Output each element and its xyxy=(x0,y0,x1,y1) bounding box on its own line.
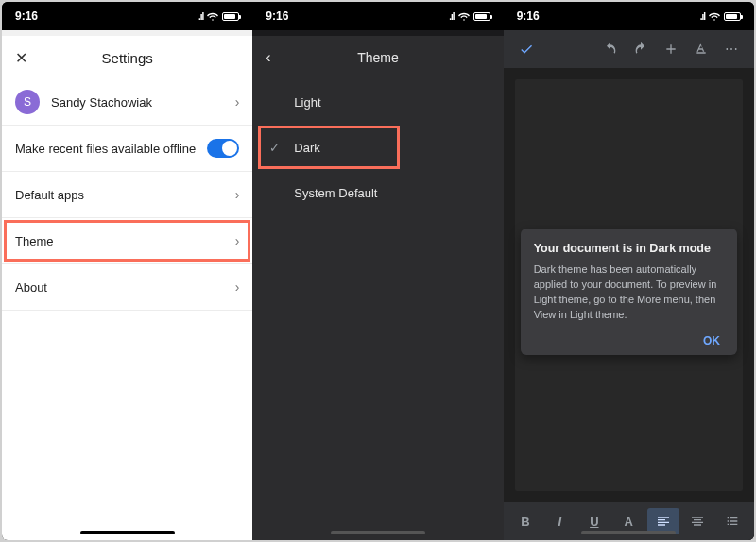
default-apps-row[interactable]: Default apps › xyxy=(2,172,252,218)
bold-button[interactable]: B xyxy=(509,508,541,534)
popup-body: Dark theme has been automatically applie… xyxy=(534,263,724,323)
redo-icon[interactable] xyxy=(627,36,654,62)
chevron-right-icon: › xyxy=(235,279,240,295)
status-bar: 9:16 xyxy=(504,2,754,30)
doc-bottom-toolbar: B I U A xyxy=(504,502,754,540)
home-indicator xyxy=(80,531,175,534)
home-indicator xyxy=(581,531,676,534)
wifi-icon xyxy=(709,10,720,22)
chevron-right-icon: › xyxy=(235,94,240,110)
phone-document: 9:16 xyxy=(504,2,754,540)
signal-icon xyxy=(198,11,203,22)
battery-icon xyxy=(473,12,490,21)
account-name: Sandy Stachowiak xyxy=(51,95,152,110)
about-row[interactable]: About › xyxy=(2,264,252,311)
doc-toolbar: ⋯ xyxy=(504,30,754,68)
theme-option-label: System Default xyxy=(294,186,377,200)
home-indicator xyxy=(331,531,425,534)
document-screen: ⋯ Your document is in Dark mode Dark the… xyxy=(504,30,754,540)
status-bar: 9:16 xyxy=(252,2,503,30)
theme-option-system[interactable]: System Default xyxy=(252,170,503,215)
italic-button[interactable]: I xyxy=(543,508,576,534)
chevron-right-icon: › xyxy=(235,187,240,202)
signal-icon xyxy=(449,11,454,22)
theme-option-dark[interactable]: Dark xyxy=(252,125,503,170)
theme-title: Theme xyxy=(252,50,503,65)
theme-header: ‹ Theme xyxy=(252,36,503,79)
offline-label: Make recent files available offline xyxy=(15,142,196,156)
theme-option-light[interactable]: Light xyxy=(252,79,503,125)
status-time: 9:16 xyxy=(15,9,38,23)
status-icons xyxy=(700,10,741,22)
theme-label: Theme xyxy=(15,234,53,248)
popup-ok-button[interactable]: OK xyxy=(534,334,724,347)
undo-icon[interactable] xyxy=(597,36,624,62)
wifi-icon xyxy=(458,10,470,22)
close-icon[interactable]: ✕ xyxy=(15,49,27,67)
about-label: About xyxy=(15,280,47,295)
back-icon[interactable]: ‹ xyxy=(266,49,270,66)
insert-plus-icon[interactable] xyxy=(658,36,684,62)
done-check-icon[interactable] xyxy=(513,36,540,62)
more-icon[interactable]: ⋯ xyxy=(718,36,745,62)
battery-icon xyxy=(222,12,239,21)
battery-icon xyxy=(724,12,741,21)
signal-icon xyxy=(700,11,705,22)
three-phone-composite: 9:16 ✕ Settings S Sandy Stachowiak › xyxy=(2,2,754,540)
status-time: 9:16 xyxy=(517,9,540,23)
avatar: S xyxy=(15,90,40,114)
phone-settings: 9:16 ✕ Settings S Sandy Stachowiak › xyxy=(2,2,252,540)
theme-row[interactable]: Theme › xyxy=(2,218,252,264)
phone-theme: 9:16 ‹ Theme Light Dark System Default xyxy=(252,2,503,540)
settings-title: Settings xyxy=(2,50,252,66)
settings-screen: ✕ Settings S Sandy Stachowiak › Make rec… xyxy=(2,30,252,540)
account-row[interactable]: S Sandy Stachowiak › xyxy=(2,79,252,126)
wifi-icon xyxy=(207,10,218,22)
popup-title: Your document is in Dark mode xyxy=(534,242,724,255)
dark-mode-popup: Your document is in Dark mode Dark theme… xyxy=(521,229,737,355)
chevron-right-icon: › xyxy=(235,233,240,248)
offline-toggle[interactable] xyxy=(207,139,239,158)
default-apps-label: Default apps xyxy=(15,188,84,202)
settings-header: ✕ Settings xyxy=(2,36,252,79)
theme-option-label: Dark xyxy=(294,141,319,155)
theme-screen: ‹ Theme Light Dark System Default xyxy=(252,30,503,540)
align-center-icon[interactable] xyxy=(681,508,713,534)
theme-option-label: Light xyxy=(294,95,320,110)
status-icons xyxy=(198,10,239,22)
offline-row[interactable]: Make recent files available offline xyxy=(2,126,252,172)
status-bar: 9:16 xyxy=(2,2,252,30)
text-format-icon[interactable] xyxy=(688,36,714,62)
list-icon[interactable] xyxy=(715,508,747,534)
status-time: 9:16 xyxy=(266,9,288,23)
status-icons xyxy=(449,10,490,22)
